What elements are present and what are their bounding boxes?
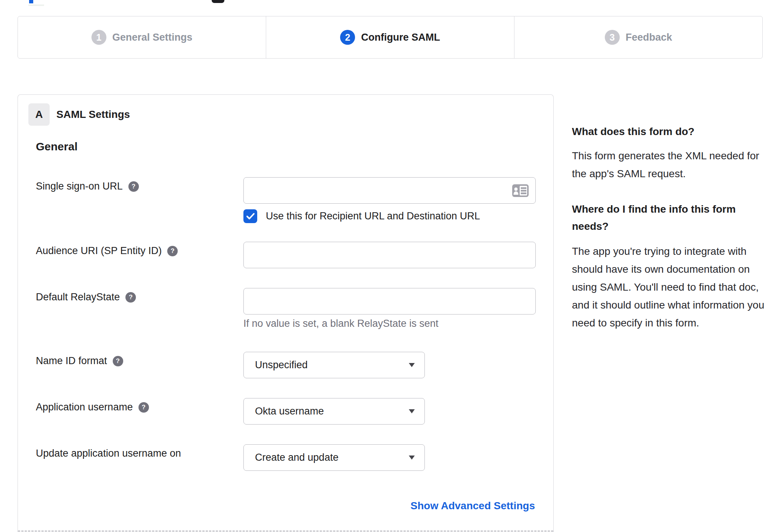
application-username-select[interactable]: Okta username <box>243 398 425 425</box>
checkmark-icon <box>246 213 255 220</box>
section-dashed-divider <box>18 531 553 532</box>
general-section-heading: General <box>36 140 78 153</box>
default-relaystate-help-icon[interactable]: ? <box>125 292 136 303</box>
chevron-down-icon <box>409 409 415 413</box>
step-label: Feedback <box>626 32 672 43</box>
show-advanced-settings-link[interactable]: Show Advanced Settings <box>411 500 535 512</box>
update-username-label: Update application username on <box>36 448 181 459</box>
chevron-down-icon <box>409 363 415 367</box>
name-id-format-value: Unspecified <box>244 359 409 371</box>
name-id-format-label: Name ID format ? <box>36 355 123 367</box>
step-number-badge: 2 <box>340 30 355 45</box>
relaystate-helper-text: If no value is set, a blank RelayState i… <box>243 318 438 329</box>
update-username-value: Create and update <box>244 452 409 463</box>
name-id-format-select[interactable]: Unspecified <box>243 352 425 378</box>
sso-url-label: Single sign-on URL ? <box>36 181 139 192</box>
section-a-badge: A <box>28 103 50 126</box>
application-username-value: Okta username <box>244 406 409 417</box>
help-panel: What does this form do? This form genera… <box>572 123 765 332</box>
saml-settings-panel: A SAML Settings General Single sign-on U… <box>18 94 554 532</box>
application-username-label: Application username ? <box>36 401 149 413</box>
configure-saml-page: 1 General Settings 2 Configure SAML 3 Fe… <box>0 0 781 532</box>
step-label: Configure SAML <box>361 32 440 43</box>
help-question-1: What does this form do? <box>572 123 765 140</box>
chevron-down-icon <box>409 456 415 460</box>
panel-title: SAML Settings <box>56 109 130 121</box>
recipient-url-checkbox-row: Use this for Recipient URL and Destinati… <box>243 209 480 223</box>
step-general-settings[interactable]: 1 General Settings <box>18 16 266 58</box>
update-username-select[interactable]: Create and update <box>243 444 425 471</box>
step-feedback[interactable]: 3 Feedback <box>514 16 762 58</box>
step-label: General Settings <box>112 32 193 43</box>
wizard-stepper: 1 General Settings 2 Configure SAML 3 Fe… <box>18 16 763 59</box>
step-configure-saml[interactable]: 2 Configure SAML <box>266 16 514 58</box>
cutoff-title-fragment <box>29 0 33 3</box>
default-relaystate-input[interactable] <box>243 288 536 314</box>
cutoff-subtitle-fragment <box>28 4 44 6</box>
application-username-help-icon[interactable]: ? <box>139 402 149 413</box>
help-answer-2: The app you're trying to integrate with … <box>572 242 765 332</box>
default-relaystate-label: Default RelayState ? <box>36 291 136 303</box>
help-answer-1: This form generates the XML needed for t… <box>572 147 765 183</box>
step-number-badge: 3 <box>605 30 620 45</box>
name-id-format-help-icon[interactable]: ? <box>113 356 123 366</box>
audience-uri-help-icon[interactable]: ? <box>167 246 178 256</box>
audience-uri-label: Audience URI (SP Entity ID) ? <box>36 245 178 257</box>
sso-url-input[interactable] <box>243 177 536 204</box>
step-number-badge: 1 <box>91 30 106 45</box>
sso-url-help-icon[interactable]: ? <box>128 181 139 192</box>
recipient-url-checkbox-label: Use this for Recipient URL and Destinati… <box>266 210 480 222</box>
recipient-url-checkbox[interactable] <box>243 209 257 223</box>
help-question-2: Where do I find the info this form needs… <box>572 201 765 235</box>
cutoff-app-logo-fragment <box>212 0 224 3</box>
audience-uri-input[interactable] <box>243 242 536 268</box>
